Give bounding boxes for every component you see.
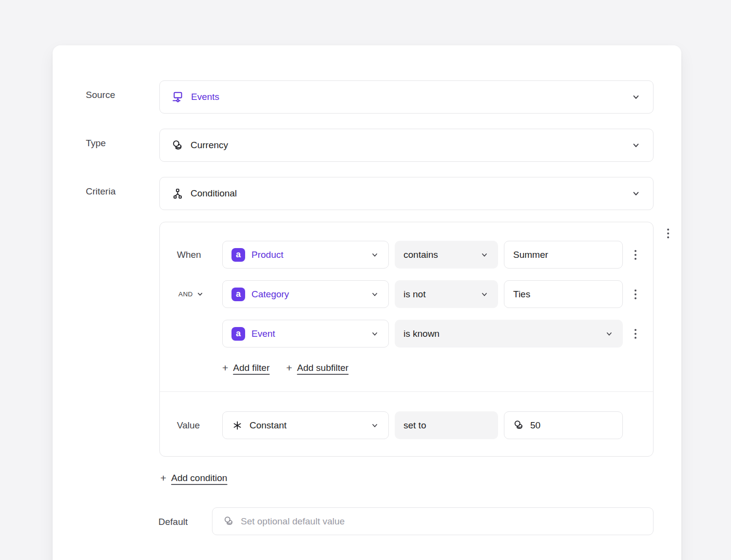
- amplitude-property-icon: a: [231, 288, 245, 301]
- value-amount-field[interactable]: [504, 411, 623, 439]
- default-value-input[interactable]: [241, 516, 642, 527]
- filter-row: a Event is known: [160, 320, 653, 348]
- conditional-icon: [172, 188, 184, 200]
- source-value: Events: [191, 92, 219, 102]
- filter-operator-value: is known: [404, 328, 440, 339]
- when-label: When: [177, 241, 201, 269]
- plus-icon: +: [160, 472, 166, 484]
- source-select[interactable]: Events: [159, 80, 654, 114]
- chevron-down-icon: [370, 290, 380, 299]
- chevron-down-icon: [196, 290, 204, 298]
- currency-icon: [172, 139, 184, 152]
- add-condition-button[interactable]: + Add condition: [160, 472, 227, 484]
- events-icon: [172, 91, 184, 103]
- filter-operator-value: contains: [404, 250, 438, 260]
- value-operator-chip: set to: [395, 411, 498, 439]
- filter-attribute-value: Product: [251, 250, 283, 260]
- join-operator-select[interactable]: AND: [178, 280, 204, 308]
- constant-asterisk-icon: [231, 420, 243, 431]
- filter-attribute-select[interactable]: a Product: [222, 241, 389, 269]
- criteria-value: Conditional: [191, 188, 237, 199]
- filter-value-input[interactable]: [504, 280, 623, 308]
- chevron-down-icon: [604, 329, 614, 339]
- criteria-select[interactable]: Conditional: [159, 177, 654, 210]
- plus-icon: +: [286, 362, 292, 374]
- condition-menu-kebab-icon[interactable]: [661, 225, 675, 242]
- value-label: Value: [177, 411, 200, 439]
- filter-operator-value: is not: [404, 289, 425, 300]
- type-select[interactable]: Currency: [159, 129, 654, 162]
- currency-icon: [513, 420, 524, 431]
- chevron-down-icon: [631, 140, 641, 151]
- currency-icon: [223, 516, 234, 527]
- chevron-down-icon: [631, 92, 641, 102]
- chevron-down-icon: [370, 421, 380, 430]
- value-amount-input[interactable]: [530, 420, 614, 431]
- filter-operator-select[interactable]: is not: [395, 280, 498, 308]
- value-source-select[interactable]: Constant: [222, 411, 389, 439]
- type-label: Type: [86, 138, 106, 148]
- source-label: Source: [86, 90, 115, 99]
- settings-panel: Source Events Type: [53, 45, 681, 560]
- chevron-down-icon: [370, 250, 380, 260]
- amplitude-property-icon: a: [231, 327, 245, 341]
- filter-attribute-select[interactable]: a Category: [222, 280, 389, 308]
- criteria-label: Criteria: [86, 187, 115, 196]
- filter-attribute-value: Category: [251, 289, 289, 300]
- value-operator-text: set to: [404, 420, 426, 431]
- filter-row-menu-kebab-icon[interactable]: [629, 320, 642, 348]
- join-operator-value: AND: [178, 290, 193, 298]
- filter-row-menu-kebab-icon[interactable]: [629, 280, 642, 308]
- filter-value-input[interactable]: [504, 241, 623, 269]
- filter-row: AND a Category is not: [160, 280, 653, 308]
- plus-icon: +: [222, 362, 228, 374]
- chevron-down-icon: [631, 188, 641, 199]
- amplitude-property-icon: a: [231, 248, 245, 262]
- filter-operator-select[interactable]: is known: [395, 320, 623, 348]
- default-value-field[interactable]: [212, 507, 654, 535]
- filter-attribute-value: Event: [251, 328, 275, 339]
- divider: [160, 391, 653, 392]
- chevron-down-icon: [480, 290, 489, 299]
- chevron-down-icon: [480, 250, 489, 260]
- filter-attribute-select[interactable]: a Event: [222, 320, 389, 348]
- filter-operator-select[interactable]: contains: [395, 241, 498, 269]
- filter-row-menu-kebab-icon[interactable]: [629, 241, 642, 269]
- default-label: Default: [158, 517, 188, 526]
- type-value: Currency: [191, 140, 228, 151]
- value-row: Value Constant set to: [160, 411, 653, 439]
- condition-card: When a Product contains: [159, 222, 654, 457]
- chevron-down-icon: [370, 329, 380, 339]
- add-filter-button[interactable]: + Add filter: [222, 362, 269, 374]
- value-source-value: Constant: [250, 420, 287, 431]
- add-subfilter-button[interactable]: + Add subfilter: [286, 362, 348, 374]
- filter-row: When a Product contains: [160, 241, 653, 269]
